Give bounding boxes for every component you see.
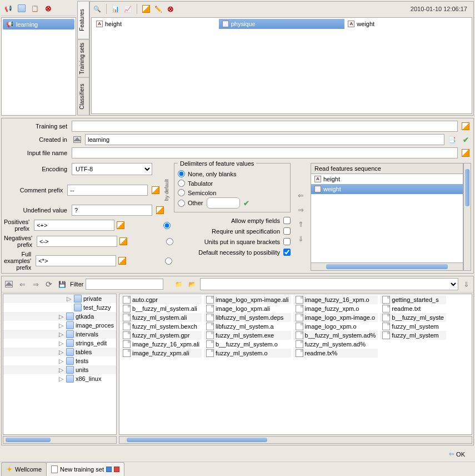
delim-tab[interactable]: Tabulator	[178, 178, 287, 188]
allow-empty-check[interactable]: Allow empty fields	[231, 217, 291, 224]
tab-training-sets[interactable]: Training sets	[77, 39, 89, 78]
delim-none[interactable]: None, only blanks	[178, 169, 287, 178]
file-row[interactable]: image_fuzzy_16_xpm.ali	[121, 340, 202, 349]
feature-tool-3-icon[interactable]: 📈	[122, 3, 133, 14]
negatives-edit-icon[interactable]	[119, 236, 127, 247]
input-file-edit-icon[interactable]	[460, 147, 471, 158]
arrow-down-icon[interactable]: ⇓	[295, 233, 306, 244]
arrow-right-icon[interactable]: ⇒	[295, 204, 306, 215]
sequence-item[interactable]: Aweight	[311, 184, 463, 194]
positives-input[interactable]	[34, 220, 114, 231]
training-set-edit-icon[interactable]	[460, 121, 471, 132]
feature-edit-icon[interactable]	[141, 3, 152, 14]
file-row[interactable]: image_logo_xpm-image.o	[293, 313, 378, 322]
speaker-icon[interactable]: 📢	[3, 3, 14, 14]
maximize-icon[interactable]	[106, 467, 112, 472]
feature-list[interactable]: AheightAphysiqueAweight	[91, 17, 472, 114]
full-examples-edit-icon[interactable]	[118, 255, 126, 266]
positives-edit-icon[interactable]	[117, 220, 124, 231]
negatives-input[interactable]	[37, 236, 117, 247]
file-row[interactable]: image_fuzzy_xpm.ali	[121, 349, 202, 358]
units-brackets-check[interactable]: Units put in square brackets	[204, 238, 291, 245]
fb-folder2-icon[interactable]: 📂	[187, 279, 198, 290]
dir-row[interactable]: ▷x86_linux	[3, 374, 116, 383]
fb-disk-icon[interactable]: 💾	[57, 279, 68, 290]
file-row[interactable]: fuzzy_ml_system	[380, 322, 446, 331]
fb-newfolder-icon[interactable]: 📁	[173, 279, 184, 290]
arrow-left-icon[interactable]: ⇐	[295, 190, 306, 201]
encoding-select[interactable]: UTF-8	[72, 163, 152, 175]
file-row[interactable]: fuzzy_ml_system.ad%	[293, 340, 378, 349]
directory-tree[interactable]: ▷privatetest_fuzzy▷gtkada▷image_proces▷i…	[3, 294, 117, 435]
tree-item[interactable]: 📢 learning	[3, 19, 74, 29]
full-examples-input[interactable]	[36, 255, 116, 266]
ok-button[interactable]: ⇦ OK	[444, 449, 469, 459]
sequence-list[interactable]: AheightAweight	[311, 174, 463, 263]
file-row[interactable]: b__fuzzy_ml_system.o	[204, 340, 291, 349]
file-row[interactable]: fuzzy_ml_system.gpr	[121, 331, 202, 340]
project-tree[interactable]: 📢 learning	[1, 17, 76, 116]
expand-icon[interactable]: ▷	[67, 295, 72, 303]
created-in-input[interactable]	[85, 134, 444, 145]
delete-icon[interactable]: ⊗	[43, 3, 54, 14]
file-hscroll[interactable]	[119, 436, 472, 444]
delim-semicolon[interactable]: Semicolon	[178, 188, 287, 197]
expand-icon[interactable]: ▷	[59, 331, 64, 338]
expand-icon[interactable]: ▷	[59, 375, 64, 383]
tab-features[interactable]: Features	[77, 1, 89, 39]
dir-row[interactable]: ▷intervals	[3, 330, 116, 339]
dir-hscroll[interactable]	[3, 436, 117, 444]
dir-row[interactable]: ▷units	[3, 365, 116, 374]
expand-icon[interactable]: ▷	[59, 322, 64, 329]
fb-path-select[interactable]	[200, 278, 458, 290]
feature-delete-icon[interactable]: ⊗	[165, 3, 176, 14]
tab-classifiers[interactable]: Classifiers	[77, 77, 89, 116]
paste-icon[interactable]: 📋	[29, 3, 41, 14]
sequence-hscroll[interactable]	[311, 263, 463, 271]
copy-icon[interactable]: 📑	[447, 134, 458, 145]
file-list[interactable]: auto.cgprb__fuzzy_ml_system.alifuzzy_ml_…	[119, 294, 472, 435]
sequence-vscroll[interactable]	[463, 163, 471, 271]
fb-home-icon[interactable]	[3, 279, 14, 290]
file-row[interactable]: getting_started_s	[380, 295, 446, 304]
expand-icon[interactable]: ▷	[59, 340, 64, 347]
file-row[interactable]: b__fuzzy_ml_system.ad%	[293, 331, 378, 340]
fb-back-icon[interactable]: ⇐	[17, 279, 28, 290]
fb-go-icon[interactable]: ⇓	[461, 279, 472, 290]
open-folder-icon[interactable]	[16, 3, 27, 14]
file-row[interactable]: b__fuzzy_ml_syste	[380, 313, 446, 322]
file-row[interactable]: fuzzy_ml_system	[380, 331, 446, 340]
dir-row[interactable]: test_fuzzy	[3, 303, 116, 312]
file-row[interactable]: readme.txt	[380, 304, 446, 313]
feature-pencil-icon[interactable]: ✏️	[153, 3, 164, 14]
dir-row[interactable]: ▷private	[3, 294, 116, 303]
dir-row[interactable]: ▷gtkada	[3, 312, 116, 321]
feature-item[interactable]: Aheight	[93, 19, 219, 29]
file-row[interactable]: image_logo_xpm.ali	[204, 304, 291, 313]
expand-icon[interactable]: ▷	[59, 349, 64, 356]
close-tab-icon[interactable]	[114, 467, 119, 472]
sequence-item[interactable]: Aheight	[311, 174, 463, 184]
file-row[interactable]: image_logo_xpm.o	[293, 322, 378, 331]
file-row[interactable]: fuzzy_ml_system.bexch	[121, 322, 202, 331]
dir-row[interactable]: ▷strings_edit	[3, 339, 116, 348]
undefined-input[interactable]	[72, 205, 152, 216]
file-row[interactable]: b__fuzzy_ml_system.ali	[121, 304, 202, 313]
delim-other-input[interactable]	[207, 197, 240, 209]
feature-tool-1-icon[interactable]: 🔍	[92, 3, 103, 14]
tab-welcome[interactable]: ✦ Wellcome	[1, 462, 47, 476]
dir-row[interactable]: ▷image_proces	[3, 321, 116, 330]
undefined-edit-icon[interactable]	[154, 205, 166, 216]
feature-item[interactable]: Aphysique	[219, 19, 345, 29]
file-row[interactable]: fuzzy_ml_system.ali	[121, 313, 202, 322]
training-set-input[interactable]	[72, 121, 458, 132]
home-icon[interactable]	[72, 134, 83, 145]
file-row[interactable]: auto.cgpr	[121, 295, 202, 304]
necessity-check[interactable]: Default necessity to possibility	[198, 249, 291, 256]
file-row[interactable]: libfuzzy_ml_system.deps	[204, 313, 291, 322]
dir-row[interactable]: ▷tests	[3, 356, 116, 365]
expand-icon[interactable]: ▷	[59, 366, 64, 374]
expand-icon[interactable]: ▷	[59, 358, 64, 365]
file-row[interactable]: libfuzzy_ml_system.a	[204, 322, 291, 331]
file-row[interactable]: image_logo_xpm-image.ali	[204, 295, 291, 304]
